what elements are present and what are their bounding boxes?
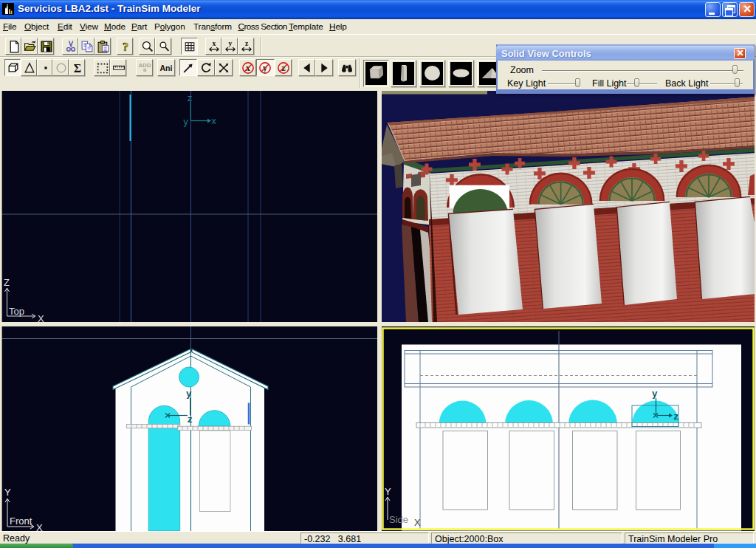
svg-text:y: y (229, 40, 233, 47)
svg-text:X: X (414, 517, 421, 528)
svg-text:Σ: Σ (74, 62, 81, 75)
svg-text:x: x (213, 40, 216, 47)
svg-text:Front: Front (10, 516, 32, 527)
svg-text:x: x (211, 117, 216, 127)
svg-text:Top: Top (9, 306, 24, 317)
svg-text:ADD: ADD (138, 62, 151, 69)
svg-text:X: X (38, 313, 44, 322)
svg-text:X: X (36, 522, 43, 531)
svg-text:Y: Y (4, 487, 11, 498)
svg-text:y: y (183, 117, 188, 128)
svg-text:y: y (652, 389, 658, 400)
svg-text:z: z (245, 40, 249, 47)
svg-text:Side: Side (389, 514, 408, 525)
svg-text:Ani: Ani (159, 64, 172, 72)
svg-text:z: z (673, 412, 679, 422)
svg-text:?: ? (123, 41, 128, 53)
svg-text:Y: Y (385, 486, 391, 497)
svg-text:z: z (188, 94, 193, 104)
svg-text:z: z (188, 415, 193, 425)
svg-text:y: y (186, 389, 192, 400)
svg-text:Z: Z (4, 277, 10, 288)
